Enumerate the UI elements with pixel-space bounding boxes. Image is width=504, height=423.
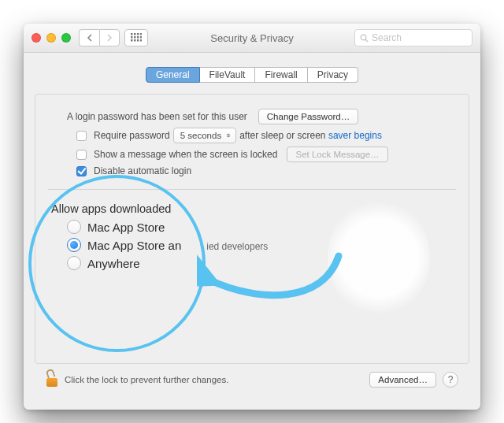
forward-button[interactable] xyxy=(99,29,120,46)
back-button[interactable] xyxy=(79,29,99,46)
allow-anywhere-label: Anywhere xyxy=(87,257,140,270)
require-password-label: Require password xyxy=(94,130,170,141)
require-password-suffix: after sleep or screen saver begins xyxy=(239,130,382,141)
svg-rect-7 xyxy=(140,36,142,39)
tab-general[interactable]: General xyxy=(146,67,200,83)
svg-rect-0 xyxy=(131,33,133,35)
svg-rect-10 xyxy=(137,39,139,42)
zoom-window-button[interactable] xyxy=(61,33,71,43)
search-placeholder: Search xyxy=(372,32,402,43)
login-password-text: A login password has been set for this u… xyxy=(67,111,247,122)
svg-line-13 xyxy=(365,39,368,42)
require-password-delay-select[interactable]: 5 seconds xyxy=(173,128,236,143)
divider xyxy=(48,189,456,190)
grid-icon xyxy=(131,33,142,43)
tab-firewall[interactable]: Firewall xyxy=(255,67,307,83)
tab-bar: General FileVault Firewall Privacy xyxy=(35,67,469,83)
allow-identified-devs-radio[interactable] xyxy=(67,238,81,252)
help-button[interactable]: ? xyxy=(443,372,458,388)
svg-rect-8 xyxy=(131,39,133,42)
svg-rect-3 xyxy=(140,33,142,35)
show-message-label: Show a message when the screen is locked xyxy=(94,149,277,160)
svg-rect-11 xyxy=(140,39,142,42)
close-window-button[interactable] xyxy=(32,33,41,43)
chevron-left-icon xyxy=(87,34,93,42)
preferences-window: Security & Privacy Search General FileVa… xyxy=(24,24,480,410)
show-message-checkbox[interactable] xyxy=(76,150,87,160)
search-input[interactable]: Search xyxy=(354,29,472,46)
chevron-right-icon xyxy=(106,34,113,42)
minimize-window-button[interactable] xyxy=(46,33,56,43)
allow-mac-app-store-label: Mac App Store xyxy=(87,221,165,234)
svg-rect-4 xyxy=(131,36,133,39)
allow-mac-app-store-radio[interactable] xyxy=(67,220,81,234)
content-area: General FileVault Firewall Privacy A log… xyxy=(24,53,480,410)
disable-auto-login-checkbox[interactable] xyxy=(76,166,87,176)
disable-auto-login-label: Disable automatic login xyxy=(94,165,191,176)
tab-filevault[interactable]: FileVault xyxy=(200,67,256,83)
lock-text: Click the lock to prevent further change… xyxy=(65,375,228,384)
allow-apps-title: Allow apps downloaded xyxy=(51,202,456,215)
allow-identified-devs-label: Mac App Store anied developers xyxy=(87,239,268,252)
svg-rect-5 xyxy=(134,36,136,39)
advanced-button[interactable]: Advanced… xyxy=(369,372,436,388)
lock-icon[interactable] xyxy=(46,373,58,387)
search-icon xyxy=(360,34,369,43)
svg-rect-6 xyxy=(137,36,139,39)
require-password-checkbox[interactable] xyxy=(76,131,87,141)
svg-rect-9 xyxy=(134,39,136,42)
titlebar: Security & Privacy Search xyxy=(24,24,480,53)
window-title: Security & Privacy xyxy=(210,32,293,44)
set-lock-message-button[interactable]: Set Lock Message… xyxy=(287,147,387,162)
footer: Click the lock to prevent further change… xyxy=(35,364,469,399)
tab-privacy[interactable]: Privacy xyxy=(308,67,358,83)
svg-rect-2 xyxy=(137,33,139,35)
show-all-button[interactable] xyxy=(124,29,148,46)
traffic-lights xyxy=(32,33,71,43)
allow-anywhere-radio[interactable] xyxy=(67,256,81,270)
svg-point-12 xyxy=(361,35,366,40)
change-password-button[interactable]: Change Password… xyxy=(258,109,358,124)
general-panel: A login password has been set for this u… xyxy=(35,94,469,364)
svg-rect-1 xyxy=(134,33,136,35)
